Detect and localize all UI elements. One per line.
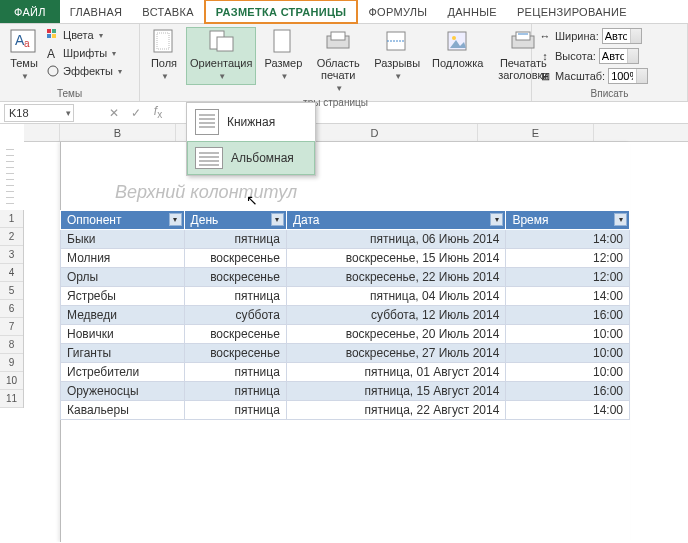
orientation-button[interactable]: Ориентация▼	[186, 27, 256, 85]
margins-button[interactable]: Поля▼	[146, 27, 182, 85]
col-b[interactable]: B	[60, 124, 176, 141]
print-area-button[interactable]: Область печати▼	[310, 27, 366, 97]
tab-data[interactable]: ДАННЫЕ	[437, 0, 507, 23]
table-header-row: Оппонент▾ День▾ Дата▾ Время▾	[61, 211, 630, 230]
th-opponent[interactable]: Оппонент▾	[61, 211, 185, 230]
table-row: Оруженосцыпятницапятница, 15 Август 2014…	[61, 382, 630, 401]
width-input[interactable]	[602, 28, 642, 44]
row-head[interactable]: 3	[0, 246, 23, 264]
table-row: Орлывоскресеньевоскресенье, 22 Июнь 2014…	[61, 268, 630, 287]
svg-text:a: a	[24, 38, 30, 49]
fonts-button[interactable]: AШрифты▾	[46, 45, 122, 61]
portrait-label: Книжная	[227, 115, 275, 129]
svg-rect-12	[217, 37, 233, 51]
tab-review[interactable]: РЕЦЕНЗИРОВАНИЕ	[507, 0, 637, 23]
tab-page-layout[interactable]: РАЗМЕТКА СТРАНИЦЫ	[204, 0, 359, 24]
height-row[interactable]: ↕Высота:	[538, 47, 639, 65]
orientation-icon	[207, 29, 235, 55]
ribbon: Aa Темы ▼ Цвета▾ AШрифты▾ Эффекты▾ Темы …	[0, 24, 688, 102]
size-label: Размер	[264, 57, 302, 69]
height-label: Высота:	[555, 50, 596, 62]
svg-rect-13	[274, 30, 290, 52]
th-day[interactable]: День▾	[184, 211, 286, 230]
worksheet[interactable]: B C D E Верхний колонтитул 1 2 3 4 5 6 7…	[0, 124, 688, 542]
enter-icon[interactable]: ✓	[128, 106, 144, 120]
margins-label: Поля	[151, 57, 177, 69]
width-row[interactable]: ↔Ширина:	[538, 27, 642, 45]
row-head[interactable]: 1	[0, 210, 23, 228]
tab-insert[interactable]: ВСТАВКА	[132, 0, 203, 23]
row-head[interactable]: 10	[0, 372, 23, 390]
effects-icon	[46, 64, 60, 78]
filter-icon[interactable]: ▾	[169, 213, 182, 226]
size-button[interactable]: Размер▼	[260, 27, 306, 85]
fonts-label: Шрифты	[63, 47, 107, 59]
column-headers[interactable]: B C D E	[24, 124, 688, 142]
table-row: Истребителипятницапятница, 01 Август 201…	[61, 363, 630, 382]
group-themes: Aa Темы ▼ Цвета▾ AШрифты▾ Эффекты▾ Темы	[0, 24, 140, 101]
row-head[interactable]: 4	[0, 264, 23, 282]
data-table[interactable]: Оппонент▾ День▾ Дата▾ Время▾ Быкипятница…	[60, 210, 630, 420]
colors-icon	[46, 28, 60, 42]
row-head[interactable]: 11	[0, 390, 23, 408]
group-page-setup: Поля▼ Ориентация▼ Размер▼ Область печати…	[140, 24, 532, 101]
filter-icon[interactable]: ▾	[490, 213, 503, 226]
portrait-icon	[195, 109, 219, 135]
cancel-icon[interactable]: ✕	[106, 106, 122, 120]
fonts-icon: A	[46, 46, 60, 60]
svg-rect-15	[331, 32, 345, 40]
filter-icon[interactable]: ▾	[271, 213, 284, 226]
width-label: Ширина:	[555, 30, 599, 42]
group-themes-label: Темы	[6, 88, 133, 99]
orientation-landscape[interactable]: Альбомная	[187, 141, 315, 175]
group-fit-label: Вписать	[538, 88, 681, 99]
row-head[interactable]: 7	[0, 318, 23, 336]
th-time[interactable]: Время▾	[506, 211, 630, 230]
effects-button[interactable]: Эффекты▾	[46, 63, 122, 79]
height-icon: ↕	[538, 49, 552, 63]
background-label: Подложка	[432, 57, 483, 69]
th-date[interactable]: Дата▾	[286, 211, 506, 230]
scale-row[interactable]: ⊞Масштаб:	[538, 67, 648, 85]
row-head[interactable]: 2	[0, 228, 23, 246]
svg-rect-6	[52, 34, 56, 38]
background-icon	[444, 29, 472, 55]
header-placeholder[interactable]: Верхний колонтитул	[115, 182, 297, 203]
filter-icon[interactable]: ▾	[614, 213, 627, 226]
themes-button[interactable]: Aa Темы ▼	[6, 27, 42, 85]
width-icon: ↔	[538, 29, 552, 43]
row-head[interactable]: 6	[0, 300, 23, 318]
landscape-icon	[195, 147, 223, 169]
background-button[interactable]: Подложка	[428, 27, 487, 71]
table-row: Новичкивоскресеньевоскресенье, 20 Июль 2…	[61, 325, 630, 344]
col-e[interactable]: E	[478, 124, 594, 141]
orientation-portrait[interactable]: Книжная	[187, 103, 315, 141]
table-row: Быкипятницапятница, 06 Июнь 201414:00	[61, 230, 630, 249]
breaks-button[interactable]: Разрывы▼	[370, 27, 424, 85]
tab-file[interactable]: ФАЙЛ	[0, 0, 60, 23]
tab-home[interactable]: ГЛАВНАЯ	[60, 0, 133, 23]
ribbon-tabs: ФАЙЛ ГЛАВНАЯ ВСТАВКА РАЗМЕТКА СТРАНИЦЫ Ф…	[0, 0, 688, 24]
print-area-icon	[324, 29, 352, 55]
svg-rect-21	[516, 32, 530, 40]
row-headers[interactable]: 1 2 3 4 5 6 7 8 9 10 11	[0, 210, 24, 408]
row-head[interactable]: 9	[0, 354, 23, 372]
scale-label: Масштаб:	[555, 70, 605, 82]
orientation-label: Ориентация	[190, 57, 252, 69]
themes-icon: Aa	[10, 29, 38, 55]
scale-icon: ⊞	[538, 69, 552, 83]
margins-icon	[150, 29, 178, 55]
tab-formulas[interactable]: ФОРМУЛЫ	[358, 0, 437, 23]
name-box[interactable]: K18	[4, 104, 74, 122]
colors-button[interactable]: Цвета▾	[46, 27, 122, 43]
row-head[interactable]: 8	[0, 336, 23, 354]
scale-input[interactable]	[608, 68, 648, 84]
table-row: Ястребыпятницапятница, 04 Июль 201414:00	[61, 287, 630, 306]
svg-text:A: A	[47, 47, 55, 60]
colors-label: Цвета	[63, 29, 94, 41]
row-head[interactable]: 5	[0, 282, 23, 300]
table-row: Медведисубботасуббота, 12 Июль 201416:00	[61, 306, 630, 325]
height-input[interactable]	[599, 48, 639, 64]
size-icon	[269, 29, 297, 55]
vertical-ruler	[6, 149, 14, 204]
